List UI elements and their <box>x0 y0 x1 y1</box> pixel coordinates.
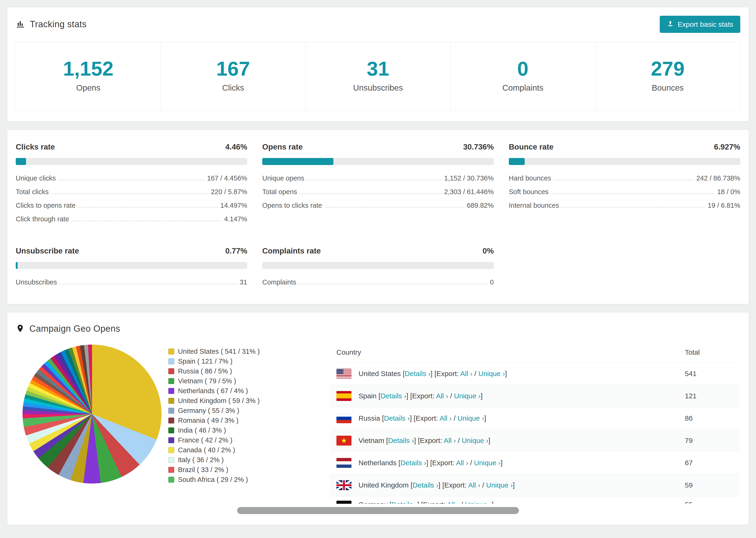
legend-item[interactable]: Romania ( 49 / 3% ) <box>168 415 321 425</box>
legend-label: India ( 46 / 3% ) <box>178 425 226 435</box>
rate-detail-row: Hard bounces242 / 86.738% <box>509 174 740 182</box>
dotted-leader <box>324 207 465 207</box>
export-unique-link[interactable]: Unique › <box>465 501 492 504</box>
legend-swatch <box>168 368 174 374</box>
legend-item[interactable]: Vietnam ( 79 / 5% ) <box>168 376 321 386</box>
export-all-link[interactable]: All › <box>436 392 448 400</box>
legend-item[interactable]: United Kingdom ( 59 / 3% ) <box>168 396 321 405</box>
export-basic-stats-button[interactable]: Export basic stats <box>660 16 740 33</box>
legend-item[interactable]: Canada ( 40 / 2% ) <box>168 445 321 455</box>
legend-label: France ( 42 / 2% ) <box>178 435 233 445</box>
geo-table-row: United States [Details ›] [Export: All ›… <box>330 362 740 385</box>
country-cell: United States [Details ›] [Export: All ›… <box>358 370 685 378</box>
details-link[interactable]: Details › <box>391 501 417 504</box>
country-cell: Germany [Details ›] [Export: All › / Uni… <box>358 501 685 504</box>
stats-row: 1,152 Opens 167 Clicks 31 Unsubscribes 0… <box>16 42 740 111</box>
legend-item[interactable]: France ( 42 / 2% ) <box>168 435 321 445</box>
rate-detail-value: 31 <box>240 278 247 286</box>
legend-item[interactable]: Netherlands ( 67 / 4% ) <box>168 386 321 396</box>
legend-swatch <box>168 427 174 433</box>
legend-swatch <box>168 447 174 453</box>
details-link[interactable]: Details › <box>405 370 431 377</box>
dotted-leader <box>51 193 208 194</box>
dotted-leader <box>561 207 705 207</box>
rates-card: Clicks rate 4.46% Unique clicks167 / 4.4… <box>7 130 749 304</box>
stat-value: 1,152 <box>16 57 161 80</box>
export-unique-link[interactable]: Unique › <box>486 481 513 489</box>
stat-value: 31 <box>306 57 450 80</box>
dotted-leader <box>551 193 715 194</box>
rate-detail-value: 220 / 5.87% <box>211 188 247 196</box>
geo-table-rows: United States [Details ›] [Export: All ›… <box>330 362 740 504</box>
export-all-link[interactable]: All › <box>468 481 480 489</box>
dotted-leader <box>307 180 442 180</box>
export-all-link[interactable]: All › <box>447 501 459 504</box>
stat-box: 1,152 Opens <box>16 42 161 110</box>
details-link[interactable]: Details › <box>380 392 406 400</box>
export-all-link[interactable]: All › <box>444 437 456 444</box>
rate-detail-value: 242 / 86.738% <box>696 174 740 182</box>
export-unique-link[interactable]: Unique › <box>478 370 505 377</box>
total-cell: 121 <box>685 392 734 400</box>
tracking-stats-title: Tracking stats <box>30 19 87 29</box>
legend-label: Brazil ( 33 / 2% ) <box>178 465 228 475</box>
flag-de-icon <box>337 501 351 504</box>
stat-box: 279 Bounces <box>595 42 740 110</box>
horizontal-scrollbar[interactable] <box>237 507 519 514</box>
legend-item[interactable]: Russia ( 86 / 5% ) <box>168 366 321 376</box>
legend-item[interactable]: Spain ( 121 / 7% ) <box>168 356 321 366</box>
legend-item[interactable]: Germany ( 55 / 3% ) <box>168 405 321 415</box>
legend-item[interactable]: Italy ( 36 / 2% ) <box>168 455 321 465</box>
rate-detail-row: Unique clicks167 / 4.456% <box>16 174 247 182</box>
export-unique-link[interactable]: Unique › <box>454 392 481 400</box>
export-all-link[interactable]: All › <box>456 459 468 467</box>
legend-item[interactable]: Brazil ( 33 / 2% ) <box>168 465 321 475</box>
dotted-leader <box>78 207 218 207</box>
rate-block: Clicks rate 4.46% Unique clicks167 / 4.4… <box>16 142 247 223</box>
export-unique-link[interactable]: Unique › <box>458 414 484 422</box>
map-pin-icon <box>16 324 25 334</box>
flag-es-icon <box>337 391 351 401</box>
legend-item[interactable]: United States ( 541 / 31% ) <box>168 347 321 356</box>
geo-opens-pie-chart[interactable] <box>23 345 162 484</box>
stat-label: Bounces <box>595 83 740 92</box>
pie-chart-wrap <box>16 342 168 504</box>
stat-box: 31 Unsubscribes <box>305 42 450 110</box>
stat-value: 167 <box>161 57 305 80</box>
legend-item[interactable]: South Africa ( 29 / 2% ) <box>168 475 321 484</box>
export-unique-link[interactable]: Unique › <box>462 437 488 444</box>
rate-detail-value: 19 / 6.81% <box>708 202 740 209</box>
legend-item[interactable]: India ( 46 / 3% ) <box>168 425 321 435</box>
total-cell: 86 <box>685 414 734 422</box>
rate-detail-row: Internal bounces19 / 6.81% <box>509 202 740 209</box>
geo-header: Campaign Geo Opens <box>16 324 740 334</box>
legend-label: Italy ( 36 / 2% ) <box>178 455 224 465</box>
dotted-leader <box>298 284 488 284</box>
details-link[interactable]: Details › <box>400 459 426 467</box>
rate-title: Complaints rate <box>262 246 321 255</box>
rate-detail-row: Clicks to opens rate14.497% <box>16 202 247 209</box>
export-all-link[interactable]: All › <box>440 414 452 422</box>
legend-swatch <box>168 457 174 463</box>
legend-swatch <box>168 477 174 483</box>
rate-detail-label: Unsubscribes <box>16 278 57 286</box>
details-link[interactable]: Details › <box>412 481 438 489</box>
export-all-link[interactable]: All › <box>460 370 473 377</box>
rate-value: 0.77% <box>225 246 247 255</box>
country-cell: United Kingdom [Details ›] [Export: All … <box>358 481 685 489</box>
flag-us-icon <box>337 369 351 379</box>
details-link[interactable]: Details › <box>384 414 410 422</box>
legend-swatch <box>168 388 174 394</box>
country-cell: Spain [Details ›] [Export: All › / Uniqu… <box>358 392 685 400</box>
rate-detail-label: Clicks to opens rate <box>16 202 76 209</box>
bar-chart-icon <box>16 19 25 29</box>
flag-vn-icon <box>337 436 351 446</box>
export-unique-link[interactable]: Unique › <box>474 459 501 467</box>
rate-detail-value: 689.82% <box>467 202 494 209</box>
rate-value: 30.736% <box>463 142 494 151</box>
rate-title: Unsubscribe rate <box>16 246 79 255</box>
geo-content: United States ( 541 / 31% ) Spain ( 121 … <box>16 342 740 504</box>
details-link[interactable]: Details › <box>388 437 414 444</box>
rate-detail-label: Unique clicks <box>16 174 56 182</box>
legend-label: United States ( 541 / 31% ) <box>178 347 260 356</box>
